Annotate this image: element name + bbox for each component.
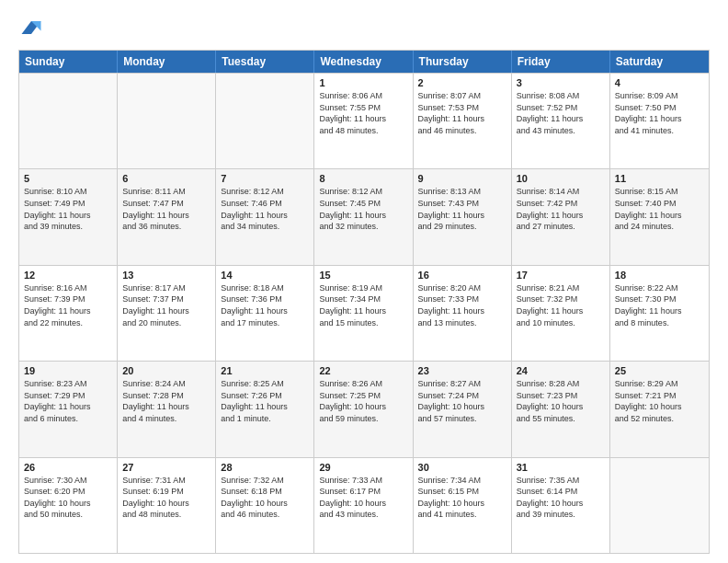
cal-cell-day-29: 29Sunrise: 7:33 AM Sunset: 6:17 PM Dayli… [314,458,413,553]
day-info: Sunrise: 8:18 AM Sunset: 7:36 PM Dayligh… [221,282,309,328]
day-number: 10 [517,173,605,184]
cal-cell-day-8: 8Sunrise: 8:12 AM Sunset: 7:45 PM Daylig… [314,169,413,264]
cal-header-wednesday: Wednesday [314,51,413,73]
day-info: Sunrise: 8:26 AM Sunset: 7:25 PM Dayligh… [319,378,407,424]
day-info: Sunrise: 8:27 AM Sunset: 7:24 PM Dayligh… [418,378,506,424]
cal-header-sunday: Sunday [19,51,118,73]
day-info: Sunrise: 8:10 AM Sunset: 7:49 PM Dayligh… [24,186,112,232]
day-info: Sunrise: 8:13 AM Sunset: 7:43 PM Dayligh… [418,186,506,232]
cal-cell-day-22: 22Sunrise: 8:26 AM Sunset: 7:25 PM Dayli… [314,362,413,456]
day-number: 21 [221,365,309,376]
day-info: Sunrise: 7:35 AM Sunset: 6:14 PM Dayligh… [517,475,605,521]
day-number: 19 [24,365,112,376]
day-number: 4 [615,77,704,88]
cal-cell-empty [118,74,216,168]
cal-cell-day-6: 6Sunrise: 8:11 AM Sunset: 7:47 PM Daylig… [118,169,216,264]
day-info: Sunrise: 8:07 AM Sunset: 7:53 PM Dayligh… [418,90,506,136]
cal-cell-day-7: 7Sunrise: 8:12 AM Sunset: 7:46 PM Daylig… [216,169,314,264]
day-number: 3 [517,77,605,88]
cal-cell-day-15: 15Sunrise: 8:19 AM Sunset: 7:34 PM Dayli… [314,266,413,361]
day-info: Sunrise: 8:17 AM Sunset: 7:37 PM Dayligh… [122,282,210,328]
day-number: 28 [221,462,309,473]
day-number: 12 [24,270,112,281]
day-info: Sunrise: 8:20 AM Sunset: 7:33 PM Dayligh… [418,282,506,328]
day-info: Sunrise: 8:12 AM Sunset: 7:45 PM Dayligh… [319,186,407,232]
cal-header-friday: Friday [512,51,610,73]
day-info: Sunrise: 7:32 AM Sunset: 6:18 PM Dayligh… [221,475,309,521]
day-number: 11 [615,173,704,184]
day-number: 20 [122,365,210,376]
cal-header-saturday: Saturday [610,51,709,73]
day-info: Sunrise: 8:14 AM Sunset: 7:42 PM Dayligh… [517,186,605,232]
day-number: 27 [122,462,210,473]
cal-week-2: 5Sunrise: 8:10 AM Sunset: 7:49 PM Daylig… [19,168,709,264]
day-info: Sunrise: 8:11 AM Sunset: 7:47 PM Dayligh… [122,186,210,232]
day-number: 18 [615,270,704,281]
cal-cell-day-12: 12Sunrise: 8:16 AM Sunset: 7:39 PM Dayli… [19,266,118,361]
page: SundayMondayTuesdayWednesdayThursdayFrid… [0,0,728,563]
day-number: 2 [418,77,506,88]
day-number: 16 [418,270,506,281]
cal-cell-day-4: 4Sunrise: 8:09 AM Sunset: 7:50 PM Daylig… [610,74,709,168]
day-number: 1 [319,77,407,88]
cal-cell-day-27: 27Sunrise: 7:31 AM Sunset: 6:19 PM Dayli… [118,458,216,553]
day-info: Sunrise: 8:15 AM Sunset: 7:40 PM Dayligh… [615,186,704,232]
day-number: 5 [24,173,112,184]
cal-cell-day-31: 31Sunrise: 7:35 AM Sunset: 6:14 PM Dayli… [512,458,610,553]
cal-cell-day-1: 1Sunrise: 8:06 AM Sunset: 7:55 PM Daylig… [314,74,413,168]
day-number: 29 [319,462,407,473]
day-number: 17 [517,270,605,281]
day-number: 30 [418,462,506,473]
cal-header-thursday: Thursday [414,51,512,73]
cal-cell-day-2: 2Sunrise: 8:07 AM Sunset: 7:53 PM Daylig… [414,74,512,168]
day-number: 22 [319,365,407,376]
day-info: Sunrise: 8:19 AM Sunset: 7:34 PM Dayligh… [319,282,407,328]
day-info: Sunrise: 8:08 AM Sunset: 7:52 PM Dayligh… [517,90,605,136]
cal-cell-day-5: 5Sunrise: 8:10 AM Sunset: 7:49 PM Daylig… [19,169,118,264]
calendar-body: 1Sunrise: 8:06 AM Sunset: 7:55 PM Daylig… [19,73,709,553]
cal-cell-day-19: 19Sunrise: 8:23 AM Sunset: 7:29 PM Dayli… [19,362,118,456]
cal-cell-day-21: 21Sunrise: 8:25 AM Sunset: 7:26 PM Dayli… [216,362,314,456]
day-info: Sunrise: 8:24 AM Sunset: 7:28 PM Dayligh… [122,378,210,424]
day-info: Sunrise: 8:29 AM Sunset: 7:21 PM Dayligh… [615,378,704,424]
day-number: 15 [319,270,407,281]
cal-cell-day-17: 17Sunrise: 8:21 AM Sunset: 7:32 PM Dayli… [512,266,610,361]
day-info: Sunrise: 8:22 AM Sunset: 7:30 PM Dayligh… [615,282,704,328]
cal-cell-empty [19,74,118,168]
calendar: SundayMondayTuesdayWednesdayThursdayFrid… [18,50,710,554]
day-number: 7 [221,173,309,184]
cal-cell-day-10: 10Sunrise: 8:14 AM Sunset: 7:42 PM Dayli… [512,169,610,264]
day-info: Sunrise: 8:16 AM Sunset: 7:39 PM Dayligh… [24,282,112,328]
cal-cell-empty [610,458,709,553]
cal-week-5: 26Sunrise: 7:30 AM Sunset: 6:20 PM Dayli… [19,457,709,553]
logo [18,15,48,40]
day-number: 13 [122,270,210,281]
day-info: Sunrise: 8:28 AM Sunset: 7:23 PM Dayligh… [517,378,605,424]
cal-cell-day-9: 9Sunrise: 8:13 AM Sunset: 7:43 PM Daylig… [414,169,512,264]
cal-cell-day-30: 30Sunrise: 7:34 AM Sunset: 6:15 PM Dayli… [414,458,512,553]
day-number: 9 [418,173,506,184]
cal-week-1: 1Sunrise: 8:06 AM Sunset: 7:55 PM Daylig… [19,73,709,168]
day-info: Sunrise: 7:30 AM Sunset: 6:20 PM Dayligh… [24,475,112,521]
day-info: Sunrise: 8:23 AM Sunset: 7:29 PM Dayligh… [24,378,112,424]
day-info: Sunrise: 8:09 AM Sunset: 7:50 PM Dayligh… [615,90,704,136]
cal-cell-day-13: 13Sunrise: 8:17 AM Sunset: 7:37 PM Dayli… [118,266,216,361]
day-info: Sunrise: 8:21 AM Sunset: 7:32 PM Dayligh… [517,282,605,328]
day-number: 31 [517,462,605,473]
day-number: 25 [615,365,704,376]
cal-cell-day-25: 25Sunrise: 8:29 AM Sunset: 7:21 PM Dayli… [610,362,709,456]
cal-cell-day-26: 26Sunrise: 7:30 AM Sunset: 6:20 PM Dayli… [19,458,118,553]
cal-cell-day-28: 28Sunrise: 7:32 AM Sunset: 6:18 PM Dayli… [216,458,314,553]
day-info: Sunrise: 8:12 AM Sunset: 7:46 PM Dayligh… [221,186,309,232]
cal-cell-day-11: 11Sunrise: 8:15 AM Sunset: 7:40 PM Dayli… [610,169,709,264]
cal-header-tuesday: Tuesday [216,51,314,73]
calendar-header: SundayMondayTuesdayWednesdayThursdayFrid… [19,51,709,73]
cal-cell-day-20: 20Sunrise: 8:24 AM Sunset: 7:28 PM Dayli… [118,362,216,456]
cal-cell-day-24: 24Sunrise: 8:28 AM Sunset: 7:23 PM Dayli… [512,362,610,456]
day-info: Sunrise: 7:31 AM Sunset: 6:19 PM Dayligh… [122,475,210,521]
cal-header-monday: Monday [118,51,216,73]
day-number: 6 [122,173,210,184]
cal-cell-day-3: 3Sunrise: 8:08 AM Sunset: 7:52 PM Daylig… [512,74,610,168]
cal-cell-day-16: 16Sunrise: 8:20 AM Sunset: 7:33 PM Dayli… [414,266,512,361]
day-number: 24 [517,365,605,376]
